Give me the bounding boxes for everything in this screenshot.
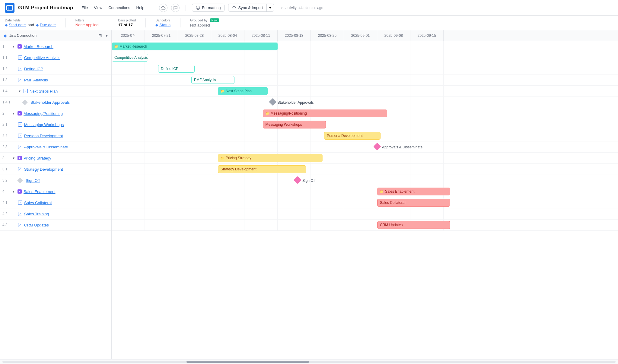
gantt-grid-cell xyxy=(211,63,244,74)
horizontal-scrollbar[interactable] xyxy=(0,359,618,364)
task-label[interactable]: Competitive Analysis xyxy=(24,55,60,60)
expand-icon[interactable]: ▼ xyxy=(18,90,22,93)
task-label[interactable]: Stakeholder Approvals xyxy=(30,100,70,105)
filters-none[interactable]: None applied xyxy=(75,23,99,27)
task-label[interactable]: Market Research xyxy=(24,44,53,49)
gantt-grid-cell xyxy=(344,86,377,97)
nav-file[interactable]: File xyxy=(79,4,90,11)
due-date-link[interactable]: Due date xyxy=(40,23,56,27)
gantt-grid-cell xyxy=(112,141,145,152)
gantt-grid-cell xyxy=(410,86,444,97)
gantt-grid-cell xyxy=(178,130,211,141)
gantt-grid-cell xyxy=(344,141,377,152)
gantt-grid-cell xyxy=(145,63,178,74)
table-row: 2.3 ✓ Approvals & Disseminate xyxy=(0,141,111,153)
task-label[interactable]: Strategy Development xyxy=(24,167,63,172)
gantt-grid-cell xyxy=(145,164,178,175)
gantt-grid-cell xyxy=(344,153,377,163)
gantt-grid-cell xyxy=(311,186,344,197)
gantt-grid-cell xyxy=(244,141,278,152)
gantt-grid-cell xyxy=(145,52,178,63)
filter-divider-2 xyxy=(108,18,108,27)
gantt-grid-cell xyxy=(410,41,444,52)
gantt-grid-cell xyxy=(145,130,178,141)
filter-divider-3 xyxy=(145,18,146,27)
task-label[interactable]: Sign Off xyxy=(26,178,40,183)
task-label[interactable]: PMF Analysis xyxy=(24,78,48,82)
table-row: 4 ▼ ■ Sales Enablement xyxy=(0,186,111,197)
task-label[interactable]: Pricing Strategy xyxy=(24,156,51,160)
timeline-col-9: 2025-09-15 xyxy=(410,30,444,41)
gantt-timeline: 2025-07- 2025-07-21 2025-07-28 2025-08-0… xyxy=(112,30,618,359)
task-label[interactable]: Persona Development xyxy=(24,134,63,138)
gantt-grid-row xyxy=(112,130,618,141)
table-row: 3.2 Sign Off xyxy=(0,175,111,186)
gantt-grid-cell xyxy=(145,175,178,186)
gantt-grid-cell xyxy=(211,164,244,175)
grouped-by-value[interactable]: Not applied xyxy=(190,23,219,27)
task-label[interactable]: Sales Training xyxy=(24,212,49,216)
expand-icon[interactable]: ▼ xyxy=(12,45,16,48)
gantt-grid-cell xyxy=(278,208,311,219)
gantt-grid-cell xyxy=(377,141,410,152)
filter-tag-icon[interactable]: ⊞ xyxy=(98,33,102,38)
nav-connections[interactable]: Connections xyxy=(106,4,132,11)
start-date-link[interactable]: Start date xyxy=(9,23,26,27)
gantt-grid-cell xyxy=(112,153,145,163)
gantt-grid-row xyxy=(112,197,618,208)
task-label[interactable]: Sales Enablement xyxy=(24,189,56,194)
gantt-grid-cell xyxy=(145,119,178,130)
gantt-grid-cell xyxy=(344,175,377,186)
formatting-button[interactable]: Aa Formatting xyxy=(192,4,225,12)
gantt-grid-cell xyxy=(112,186,145,197)
gantt-grid-cell xyxy=(178,141,211,152)
app-container: GTM Project Roadmap File View Connection… xyxy=(0,0,618,364)
gantt-grid-cell xyxy=(410,164,444,175)
table-row: 2 ▼ ■ Messaging/Positioning xyxy=(0,108,111,119)
task-check-icon: ✓ xyxy=(18,78,22,82)
timeline-col-6: 2025-08-25 xyxy=(311,30,344,41)
gantt-area: ◆ Jira Connection ⊞ ▾ 1 ▼ ■ Market Resea… xyxy=(0,30,618,359)
gantt-grid-cell xyxy=(410,220,444,230)
task-label[interactable]: Sales Collateral xyxy=(24,201,52,205)
gantt-grid-cell xyxy=(112,41,145,52)
gantt-grid-cell xyxy=(211,52,244,63)
gantt-grid-cell xyxy=(311,41,344,52)
task-check-icon: ✓ xyxy=(18,134,22,138)
expand-icon[interactable]: ▼ xyxy=(12,190,16,193)
jira-connection-label: Jira Connection xyxy=(9,33,37,38)
sync-import-button[interactable]: Sync & Import xyxy=(228,4,266,11)
expand-icon[interactable]: ▼ xyxy=(12,157,16,160)
sync-caret[interactable]: ▾ xyxy=(266,4,274,11)
task-label[interactable]: CRM Updates xyxy=(24,223,49,227)
gantt-grid-cell xyxy=(178,186,211,197)
task-check-icon: ✓ xyxy=(18,167,22,171)
filters-value: None applied xyxy=(75,23,99,27)
epic-icon: ■ xyxy=(18,44,22,49)
gantt-grid-cell xyxy=(377,175,410,186)
task-label[interactable]: Messaging/Positioning xyxy=(24,111,63,116)
gantt-grid-row xyxy=(112,153,618,164)
timeline-col-3: 2025-08-04 xyxy=(211,30,244,41)
chat-icon[interactable] xyxy=(171,4,180,12)
nav-help[interactable]: Help xyxy=(134,4,147,11)
gantt-grid-cell xyxy=(112,63,145,74)
task-check-icon: ✓ xyxy=(18,67,22,71)
task-label[interactable]: Approvals & Disseminate xyxy=(24,145,68,149)
scrollbar-thumb[interactable] xyxy=(186,361,309,363)
down-arrow-icon[interactable]: ▾ xyxy=(106,33,108,38)
gantt-grid-cell xyxy=(145,108,178,119)
expand-icon[interactable]: ▼ xyxy=(12,112,16,115)
milestone-icon xyxy=(17,178,23,183)
gantt-left-header: ◆ Jira Connection ⊞ ▾ xyxy=(0,30,111,41)
cloud-icon[interactable] xyxy=(159,4,167,12)
gantt-grid-cell xyxy=(244,175,278,186)
bar-colors-link[interactable]: Status xyxy=(159,23,170,27)
gantt-grid-cell xyxy=(244,119,278,130)
task-label[interactable]: Next Steps Plan xyxy=(30,89,58,93)
nav-view[interactable]: View xyxy=(91,4,105,11)
task-label[interactable]: Messaging Workshops xyxy=(24,122,64,127)
task-label[interactable]: Define ICP xyxy=(24,67,43,71)
gantt-grid-cell xyxy=(278,141,311,152)
gantt-grid-cell xyxy=(145,41,178,52)
